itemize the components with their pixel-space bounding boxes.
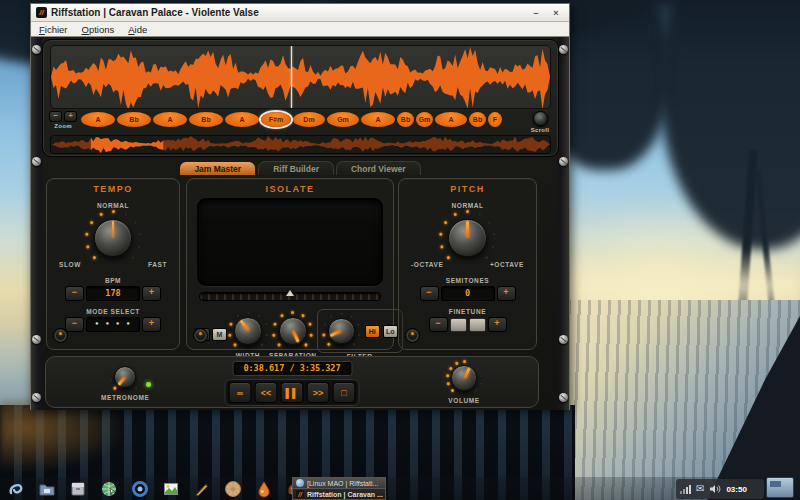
transport-buttons: ∞ << ▌▌ >> □ [225, 379, 360, 406]
chord-pill-a[interactable]: A [435, 112, 467, 127]
isolate-slider[interactable] [199, 292, 381, 301]
close-button[interactable]: × [548, 7, 564, 19]
scroll-knob[interactable] [533, 111, 548, 126]
web-browser-globe-icon[interactable] [99, 479, 118, 498]
playhead [291, 46, 292, 108]
chord-pill-dm[interactable]: Dm [293, 112, 325, 127]
chord-pill-f#m[interactable]: F#m [261, 112, 291, 127]
isolate-power-button[interactable] [193, 328, 208, 343]
chord-pill-a[interactable]: A [361, 112, 395, 127]
menu-fichier[interactable]: Fichier [39, 24, 68, 35]
isolate-section: ISOLATE S M WIDTH SEPARATION [186, 178, 394, 350]
loop-button[interactable]: ∞ [229, 382, 252, 403]
pen-tool-icon[interactable] [192, 479, 211, 498]
mail-icon[interactable]: ✉ [696, 484, 704, 494]
stop-button[interactable]: □ [333, 382, 356, 403]
semitones-increase-button[interactable]: + [497, 286, 516, 301]
archive-manager-icon[interactable] [68, 479, 87, 498]
task-buttons: [Linux MAO | Riffstati... // Riffstation… [292, 477, 386, 500]
chord-strip: ABbABbAF#mDmGmABbGmABbF [78, 111, 527, 127]
finetune-slider-right[interactable] [469, 318, 486, 332]
taskbar: [Linux MAO | Riffstati... // Riffstation… [0, 477, 800, 500]
bpm-stepper: − 178 + [47, 286, 179, 301]
zoom-out-button[interactable]: − [49, 111, 62, 122]
bpm-value: 178 [86, 286, 140, 301]
finetune-slider-left[interactable] [450, 318, 467, 332]
pitch-power-button[interactable] [405, 328, 420, 343]
semitones-label: SEMITONES [399, 277, 536, 284]
chord-pill-f[interactable]: F [488, 112, 502, 127]
tempo-fast-label: FAST [148, 261, 167, 268]
pause-button[interactable]: ▌▌ [281, 382, 304, 403]
chord-pill-gm[interactable]: Gm [327, 112, 359, 127]
finetune-decrease-button[interactable]: − [429, 317, 448, 332]
semitones-value: 0 [441, 286, 495, 301]
semitones-decrease-button[interactable]: − [420, 286, 439, 301]
mode-prev-button[interactable]: − [65, 317, 84, 332]
titlebar[interactable]: // Riffstation | Caravan Palace - Violen… [31, 4, 569, 22]
zoom-control: − + Zoom [48, 111, 78, 129]
rack-rail-left [31, 37, 42, 410]
zoom-label: Zoom [54, 123, 72, 129]
wooden-disc-icon[interactable] [223, 479, 242, 498]
task-linux-mao[interactable]: [Linux MAO | Riffstati... [292, 477, 386, 488]
tempo-knob[interactable] [84, 209, 142, 267]
workspace-switcher[interactable] [766, 477, 794, 498]
menubar: Fichier Options Aide [31, 22, 569, 37]
rewind-button[interactable]: << [255, 382, 278, 403]
chord-pill-a[interactable]: A [153, 112, 187, 127]
filter-lo-button[interactable]: Lo [383, 325, 398, 338]
tab-jam-master[interactable]: Jam Master [179, 161, 256, 175]
metronome-knob[interactable] [108, 360, 142, 394]
tray-clock[interactable]: 03:50 [726, 485, 746, 494]
browser-swirl-icon[interactable] [130, 479, 149, 498]
metronome-led [146, 382, 151, 387]
tempo-power-button[interactable] [53, 328, 68, 343]
menu-aide[interactable]: Aide [128, 24, 147, 35]
file-manager-icon[interactable] [37, 479, 56, 498]
system-tray: ✉ 03:50 [676, 479, 764, 499]
mode-select-stepper: − • • • • + [47, 317, 179, 332]
pitch-normal-label: NORMAL [399, 202, 536, 209]
tab-riff-builder[interactable]: Riff Builder [258, 161, 334, 175]
isolate-display[interactable] [197, 198, 383, 286]
network-signal-icon[interactable] [680, 485, 691, 494]
chord-pill-bb[interactable]: Bb [117, 112, 151, 127]
filter-hi-button[interactable]: Hi [365, 325, 380, 338]
isolate-title: ISOLATE [187, 184, 393, 194]
finetune-increase-button[interactable]: + [488, 317, 507, 332]
chord-pill-bb[interactable]: Bb [189, 112, 223, 127]
image-viewer-icon[interactable] [161, 479, 180, 498]
width-knob[interactable] [227, 310, 269, 352]
app-menu-swirl-icon[interactable] [6, 479, 25, 498]
waveform-display[interactable] [50, 45, 551, 109]
zoom-in-button[interactable]: + [64, 111, 77, 122]
finetune-control: − + [399, 317, 536, 332]
menu-options[interactable]: Options [82, 24, 115, 35]
minimize-button[interactable]: – [528, 7, 544, 19]
bpm-label: BPM [47, 277, 179, 284]
volume-knob[interactable] [445, 359, 483, 397]
mode-next-button[interactable]: + [142, 317, 161, 332]
metronome-label: METRONOME [101, 394, 149, 401]
chord-pill-a[interactable]: A [81, 112, 115, 127]
bpm-decrease-button[interactable]: − [65, 286, 84, 301]
bpm-increase-button[interactable]: + [142, 286, 161, 301]
mono-button[interactable]: M [212, 328, 227, 341]
waveform-overview[interactable] [50, 135, 551, 154]
launcher-area [0, 479, 304, 498]
volume-tray-icon[interactable] [709, 484, 721, 494]
chord-pill-bb[interactable]: Bb [397, 112, 414, 127]
tab-chord-viewer[interactable]: Chord Viewer [336, 161, 421, 175]
chord-pill-gm[interactable]: Gm [416, 112, 433, 127]
droplet-app-icon[interactable] [254, 479, 273, 498]
filter-knob[interactable] [322, 311, 362, 351]
chord-pill-bb[interactable]: Bb [469, 112, 486, 127]
chord-pill-a[interactable]: A [225, 112, 259, 127]
scroll-control: Scroll [527, 111, 553, 133]
pitch-knob[interactable] [439, 209, 497, 267]
task-riffstation[interactable]: // Riffstation | Caravan ... [292, 488, 386, 500]
forward-button[interactable]: >> [307, 382, 330, 403]
separation-knob[interactable] [272, 310, 314, 352]
warm-foliage [0, 400, 120, 470]
